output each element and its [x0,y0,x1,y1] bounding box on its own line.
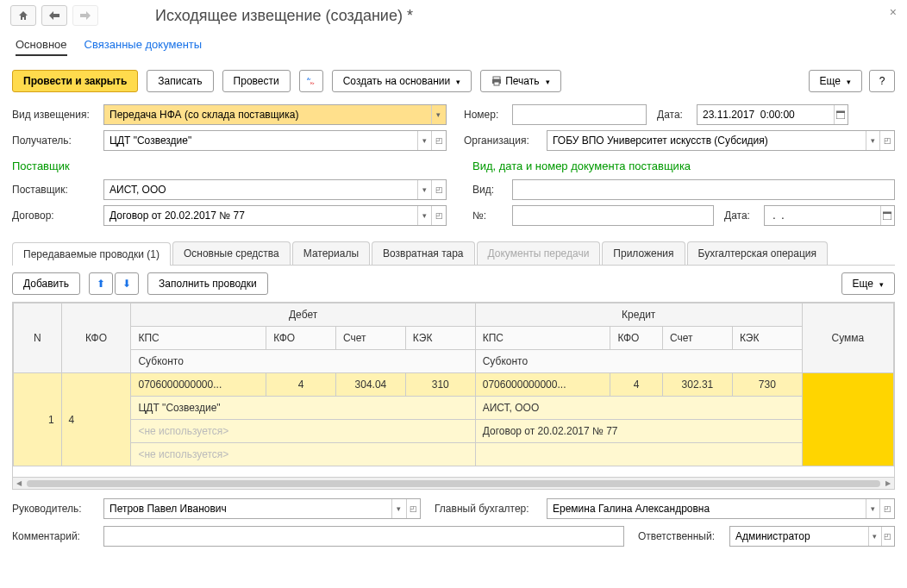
contract-field[interactable] [104,206,417,225]
open-icon[interactable]: ◰ [431,131,446,150]
dtkt-button[interactable]: АтКт [299,70,323,92]
dropdown-icon[interactable]: ▾ [417,180,432,199]
cell-d-kps[interactable]: 0706000000000... [131,373,266,397]
entries-table[interactable]: N КФО Дебет Кредит Сумма КПС КФО Счет КЭ… [13,303,894,466]
tab-accounting-op[interactable]: Бухгалтерская операция [687,241,828,265]
recipient-input[interactable]: ▾ ◰ [103,130,447,151]
comment-label: Комментарий: [12,530,98,542]
post-button[interactable]: Провести [222,70,291,92]
cell-c-sub2[interactable]: Договор от 20.02.2017 № 77 [475,420,802,443]
org-field[interactable] [547,131,866,150]
tab-attachments[interactable]: Приложения [602,241,685,265]
move-up-button[interactable]: ⬆ [89,272,113,295]
date-field[interactable] [697,105,834,124]
org-label: Организация: [464,134,541,147]
supplier-field[interactable] [104,180,417,199]
forward-button[interactable] [72,5,98,26]
contract-input[interactable]: ▾ ◰ [103,205,447,226]
cell-kfo[interactable]: 4 [61,373,131,466]
more-button[interactable]: Еще [809,70,862,92]
responsible-input[interactable]: ▾ ◰ [729,526,895,547]
close-button[interactable]: × [890,5,897,19]
back-button[interactable] [41,5,67,26]
dropdown-icon[interactable]: ▾ [417,131,432,150]
doc-date-input[interactable] [764,205,895,226]
notif-type-field[interactable] [104,105,431,124]
scroll-thumb[interactable] [27,480,880,487]
cell-c-kps[interactable]: 0706000000000... [475,373,610,397]
org-input[interactable]: ▾ ◰ [547,130,895,151]
create-based-button[interactable]: Создать на основании [332,70,472,92]
dropdown-icon[interactable]: ▾ [431,105,446,124]
doc-date-field[interactable] [765,206,880,225]
comment-input[interactable] [103,526,624,547]
cell-d-kek[interactable]: 310 [405,373,475,397]
print-button[interactable]: Печать [480,70,560,92]
col-n: N [14,303,62,373]
cell-c-kek[interactable]: 730 [732,373,802,397]
cell-sum[interactable] [802,373,893,466]
h-scrollbar[interactable]: ◀ ▶ [13,477,894,489]
supplier-input[interactable]: ▾ ◰ [103,179,447,200]
doc-type-input[interactable] [512,179,895,200]
cell-d-sub3[interactable]: <не используется> [131,443,475,466]
open-icon[interactable]: ◰ [431,206,446,225]
move-down-button[interactable]: ⬇ [115,272,139,295]
svg-rect-6 [836,111,845,113]
chief-acc-field[interactable] [547,499,866,518]
manager-field[interactable] [104,499,391,518]
home-button[interactable] [10,5,36,26]
cell-c-sub1[interactable]: АИСТ, ООО [475,397,802,420]
tab-transferred-entries[interactable]: Передаваемые проводки (1) [12,242,171,266]
tab-returnable[interactable]: Возвратная тара [372,241,475,265]
calendar-icon[interactable] [834,105,848,124]
cell-n[interactable]: 1 [14,373,62,466]
doc-type-field[interactable] [513,180,894,199]
date-input[interactable] [697,104,848,125]
number-field[interactable] [513,105,646,124]
cell-d-sub1[interactable]: ЦДТ "Созвездие" [131,397,475,420]
cell-d-acct[interactable]: 304.04 [335,373,405,397]
number-input[interactable] [512,104,647,125]
save-button[interactable]: Записать [147,70,213,92]
open-icon[interactable]: ◰ [881,527,894,546]
grid-more-button[interactable]: Еще [841,272,895,295]
dropdown-icon[interactable]: ▾ [391,499,405,518]
cell-d-kfo[interactable]: 4 [266,373,336,397]
tab-materials[interactable]: Материалы [292,241,370,265]
add-row-button[interactable]: Добавить [12,272,80,295]
open-icon[interactable]: ◰ [879,499,894,518]
calendar-icon[interactable] [880,206,894,225]
cell-c-acct[interactable]: 302.31 [663,373,733,397]
recipient-field[interactable] [104,131,417,150]
col-d-kek: КЭК [405,327,475,350]
nav-tab-main[interactable]: Основное [16,38,67,56]
dropdown-icon[interactable]: ▾ [866,499,880,518]
scroll-left-icon[interactable]: ◀ [13,478,25,490]
svg-rect-2 [493,77,500,79]
scroll-right-icon[interactable]: ▶ [882,478,894,490]
fill-entries-button[interactable]: Заполнить проводки [147,272,268,295]
chief-acc-label: Главный бухгалтер: [435,503,541,515]
dropdown-icon[interactable]: ▾ [417,206,432,225]
dropdown-icon[interactable]: ▾ [868,527,881,546]
doc-num-input[interactable] [512,205,714,226]
dropdown-icon[interactable]: ▾ [866,131,880,150]
notif-type-input[interactable]: ▾ [103,104,447,125]
nav-tab-linked[interactable]: Связанные документы [84,38,203,56]
page-title: Исходящее извещение (создание) * [155,7,413,25]
open-icon[interactable]: ◰ [431,180,446,199]
cell-c-sub3[interactable] [475,443,802,466]
comment-field[interactable] [104,527,623,546]
cell-c-kfo[interactable]: 4 [610,373,663,397]
doc-num-field[interactable] [513,206,713,225]
open-icon[interactable]: ◰ [879,131,894,150]
chief-acc-input[interactable]: ▾ ◰ [547,498,895,519]
help-button[interactable]: ? [869,70,895,92]
manager-input[interactable]: ▾ ◰ [103,498,421,519]
post-and-close-button[interactable]: Провести и закрыть [12,70,138,92]
cell-d-sub2[interactable]: <не используется> [131,420,475,443]
responsible-field[interactable] [730,527,868,546]
tab-fixed-assets[interactable]: Основные средства [172,241,291,265]
open-icon[interactable]: ◰ [406,499,420,518]
